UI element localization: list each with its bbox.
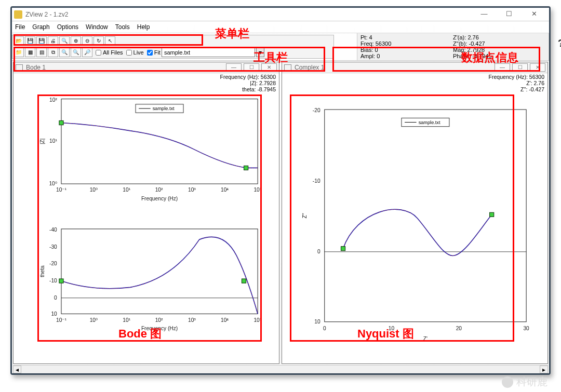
complex-subwindow: Complex 1 — ☐ ✕ Frequency (Hz): 56300 Z'… [282, 62, 548, 364]
cursor-icon[interactable]: ↖ [105, 36, 115, 46]
info-freq: Freq: 56300 [360, 40, 453, 47]
svg-text:10⁵: 10⁵ [253, 317, 261, 323]
app-icon [14, 10, 22, 19]
menu-file[interactable]: File [15, 23, 25, 31]
table-icon[interactable]: ▤ [36, 48, 47, 57]
svg-text:10⁴: 10⁴ [221, 187, 229, 193]
svg-text:0: 0 [317, 249, 320, 254]
bode-subwindow: Bode 1 — ☐ ✕ Frequency (Hz): 56300 |Z|: … [13, 62, 279, 364]
magnify2-icon[interactable]: 🔍 [71, 48, 81, 57]
svg-text:10: 10 [51, 311, 57, 317]
info-mag: Mag: 2.7928 [453, 47, 545, 53]
window-icon[interactable]: ⧉ [48, 48, 58, 57]
complex-maximize-button[interactable]: ☐ [512, 63, 528, 72]
svg-rect-18 [61, 229, 258, 314]
svg-text:10²: 10² [155, 187, 163, 193]
bode-maximize-button[interactable]: ☐ [244, 63, 259, 72]
zoom-reset-icon[interactable]: 🔎 [82, 48, 92, 57]
complex-titlebar: Complex 1 — ☐ ✕ [282, 62, 547, 73]
saveas-icon[interactable]: 💾 [36, 36, 47, 46]
svg-rect-37 [325, 110, 526, 322]
toolbar: 📂 💾 💾 🖨 🔍 ⊕ ⊖ ↻ ↖ 📁 ▦ ▤ ⧉ 🔍 🔍 🔎 All Fi [12, 35, 334, 59]
preview-icon[interactable]: 🔍 [59, 36, 70, 46]
svg-rect-35 [59, 279, 63, 283]
svg-text:Frequency (Hz): Frequency (Hz) [141, 326, 178, 331]
svg-text:Frequency (Hz): Frequency (Hz) [141, 196, 178, 201]
complex-minimize-button[interactable]: — [495, 63, 510, 72]
svg-text:-20: -20 [49, 261, 57, 266]
magnify-icon[interactable]: 🔍 [59, 48, 70, 57]
watermark-icon [502, 376, 513, 388]
svg-text:10⁴: 10⁴ [221, 317, 229, 323]
svg-text:10³: 10³ [188, 187, 196, 193]
svg-text:10⁻¹: 10⁻¹ [56, 317, 66, 323]
svg-text:10: 10 [314, 319, 320, 325]
complex-close-button[interactable]: ✕ [530, 63, 545, 72]
svg-text:-10: -10 [313, 178, 320, 184]
complex-window-icon [284, 64, 291, 71]
svg-text:10⁰: 10⁰ [49, 181, 57, 186]
scroll-right-icon[interactable]: ▸ [540, 366, 548, 373]
help-icon[interactable]: ? [558, 37, 561, 49]
svg-text:10¹: 10¹ [49, 138, 57, 144]
menu-options[interactable]: Options [57, 23, 78, 31]
svg-text:10¹: 10¹ [123, 187, 130, 193]
grid-icon[interactable]: ▦ [25, 48, 35, 57]
bode-info-strip: Frequency (Hz): 56300 |Z|: 2.7928 theta:… [218, 73, 278, 93]
save-icon[interactable]: 💾 [25, 36, 35, 46]
svg-text:Z': Z' [423, 336, 428, 342]
folder-icon[interactable]: 📁 [14, 48, 24, 57]
svg-rect-36 [242, 279, 246, 283]
info-bias: Bias: 0 [360, 47, 453, 53]
svg-text:-40: -40 [49, 227, 57, 233]
svg-text:10⁵: 10⁵ [253, 187, 261, 193]
complex-info-strip: Frequency (Hz): 56300 Z': 2.76 Z'': -0.4… [487, 73, 546, 93]
svg-rect-0 [61, 99, 258, 184]
svg-text:30: 30 [523, 326, 529, 331]
svg-text:sample.txt: sample.txt [153, 106, 175, 111]
svg-text:10³: 10³ [188, 317, 196, 323]
file-dropdown-icon[interactable]: ▾ [256, 48, 264, 57]
bode-titlebar: Bode 1 — ☐ ✕ [14, 62, 279, 73]
maximize-button[interactable]: ☐ [501, 9, 517, 20]
file-field[interactable] [162, 48, 255, 57]
refresh-icon[interactable]: ↻ [94, 36, 104, 46]
menu-window[interactable]: Window [86, 23, 108, 31]
watermark: 科研鹿 [502, 375, 547, 389]
allfiles-checkbox[interactable]: All Files [96, 49, 123, 56]
bode-title: Bode 1 [26, 64, 46, 71]
svg-rect-53 [490, 212, 494, 217]
fit-checkbox[interactable]: Fit [147, 49, 161, 56]
svg-text:-20: -20 [313, 107, 320, 113]
svg-text:10²: 10² [49, 97, 57, 103]
toolbar-area: 📂 💾 💾 🖨 🔍 ⊕ ⊖ ↻ ↖ 📁 ▦ ▤ ⧉ 🔍 🔍 🔎 All Fi [12, 33, 549, 61]
zoom-out-icon[interactable]: ⊖ [82, 36, 92, 46]
minimize-button[interactable]: — [476, 9, 492, 20]
bode-window-icon [16, 64, 23, 71]
bode-minimize-button[interactable]: — [226, 63, 242, 72]
menubar: File Graph Options Window Tools Help [12, 21, 549, 33]
menu-tools[interactable]: Tools [115, 23, 130, 31]
complex-title: Complex 1 [295, 64, 324, 71]
close-button[interactable]: ✕ [526, 9, 542, 20]
nyquist-plot: -20 -10 0 10 0 10 20 30 Z' [282, 73, 547, 363]
print-icon[interactable]: 🖨 [48, 36, 58, 46]
scroll-left-icon[interactable]: ◂ [13, 366, 21, 373]
live-checkbox[interactable]: Live [126, 49, 144, 56]
menu-help[interactable]: Help [137, 23, 150, 31]
svg-text:10¹: 10¹ [123, 317, 130, 323]
bode-close-button[interactable]: ✕ [261, 63, 277, 72]
svg-text:|Z|: |Z| [39, 139, 45, 145]
zoom-in-icon[interactable]: ⊕ [71, 36, 81, 46]
info-pt: Pt: 4 [360, 34, 453, 40]
workarea: Bode 1 — ☐ ✕ Frequency (Hz): 56300 |Z|: … [12, 61, 549, 373]
svg-text:10⁻¹: 10⁻¹ [56, 187, 66, 193]
svg-rect-16 [59, 120, 63, 125]
info-zb: Z''(b): -0.427 [453, 40, 545, 47]
menu-graph[interactable]: Graph [32, 23, 49, 31]
open-icon[interactable]: 📂 [14, 36, 24, 46]
horizontal-scrollbar[interactable]: ◂ ▸ [13, 365, 548, 373]
info-phase: Phase: -8.7945 [453, 53, 545, 59]
svg-text:10⁰: 10⁰ [90, 317, 98, 323]
svg-text:-10: -10 [49, 278, 57, 283]
